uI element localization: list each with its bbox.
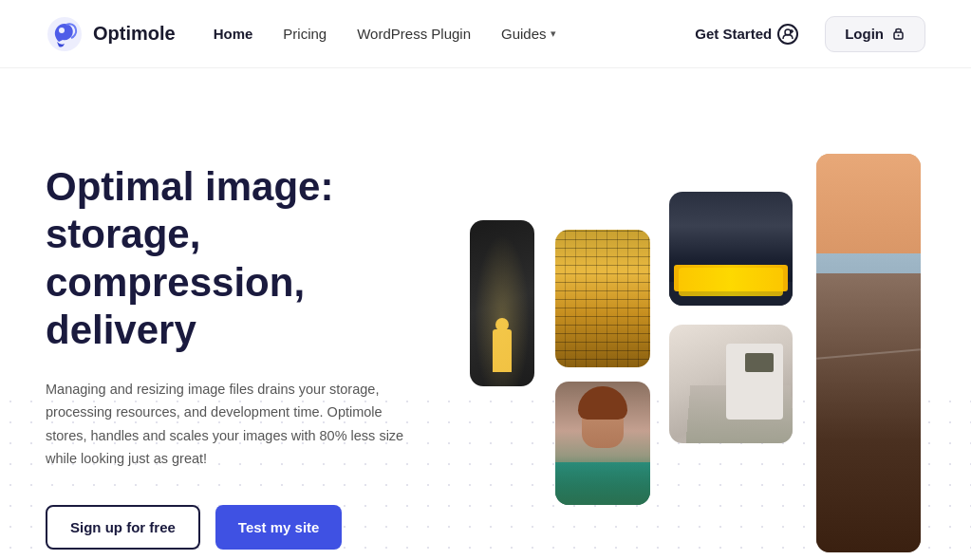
image-woman-reading bbox=[555, 382, 650, 505]
hero-buttons: Sign up for free Test my site bbox=[46, 505, 463, 550]
nav-item-home[interactable]: Home bbox=[214, 26, 253, 43]
nav-link-guides[interactable]: Guides ▾ bbox=[501, 26, 556, 42]
image-architecture bbox=[669, 325, 793, 443]
person-figure bbox=[493, 329, 512, 372]
get-started-button[interactable]: Get Started bbox=[683, 16, 810, 52]
svg-point-1 bbox=[59, 28, 65, 33]
image-metro bbox=[669, 192, 793, 306]
hero-title: Optimal image: storage, compression, del… bbox=[46, 163, 463, 355]
nav-link-wordpress[interactable]: WordPress Plugin bbox=[357, 26, 471, 42]
svg-point-4 bbox=[898, 34, 900, 36]
lock-icon bbox=[891, 26, 906, 43]
hero-description: Managing and resizing image files drains… bbox=[46, 378, 406, 472]
navbar: Optimole Home Pricing WordPress Plugin G… bbox=[0, 0, 971, 68]
nav-links: Home Pricing WordPress Plugin Guides ▾ bbox=[214, 26, 556, 43]
test-site-button[interactable]: Test my site bbox=[215, 505, 343, 550]
nav-link-pricing[interactable]: Pricing bbox=[283, 26, 327, 42]
nav-item-wordpress[interactable]: WordPress Plugin bbox=[357, 26, 471, 43]
nav-link-home[interactable]: Home bbox=[214, 26, 253, 42]
chevron-down-icon: ▾ bbox=[551, 28, 556, 40]
signup-button[interactable]: Sign up for free bbox=[46, 505, 200, 550]
logo[interactable]: Optimole bbox=[46, 15, 176, 53]
nav-left: Optimole Home Pricing WordPress Plugin G… bbox=[46, 15, 556, 53]
nav-item-pricing[interactable]: Pricing bbox=[283, 26, 327, 43]
image-person-dark bbox=[470, 220, 534, 386]
nav-right: Get Started Login bbox=[683, 16, 925, 52]
logo-text: Optimole bbox=[93, 23, 176, 45]
logo-icon bbox=[46, 15, 84, 53]
image-building-facade bbox=[555, 230, 650, 367]
user-add-icon bbox=[777, 24, 798, 45]
image-coastal bbox=[816, 154, 921, 552]
hero-section: Optimal image: storage, compression, del… bbox=[0, 68, 971, 560]
hero-content: Optimal image: storage, compression, del… bbox=[46, 125, 463, 550]
login-button[interactable]: Login bbox=[825, 16, 925, 52]
hero-image-collage bbox=[470, 125, 925, 560]
nav-item-guides[interactable]: Guides ▾ bbox=[501, 26, 556, 42]
